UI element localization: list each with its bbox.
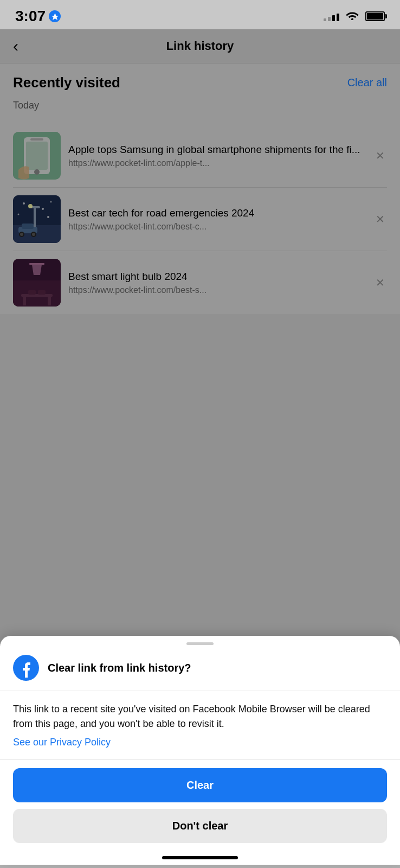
location-icon (49, 10, 61, 22)
signal-bars (324, 11, 339, 21)
sheet-title: Clear link from link history? (48, 662, 191, 674)
sheet-body: This link to a recent site you've visite… (0, 691, 400, 760)
signal-bar-3 (332, 15, 335, 21)
sheet-description: This link to a recent site you've visite… (13, 702, 387, 731)
status-bar: 3:07 (0, 0, 400, 29)
battery-icon (365, 11, 385, 21)
dont-clear-button[interactable]: Don't clear (13, 809, 387, 843)
clear-button[interactable]: Clear (13, 768, 387, 802)
signal-bar-1 (324, 18, 326, 21)
status-time: 3:07 (15, 8, 61, 25)
bottom-sheet: Clear link from link history? This link … (0, 636, 400, 865)
time-display: 3:07 (15, 8, 46, 25)
privacy-policy-link[interactable]: See our Privacy Policy (13, 737, 387, 748)
wifi-icon (346, 10, 359, 23)
signal-bar-4 (337, 14, 339, 21)
battery-fill (367, 13, 383, 20)
home-indicator (162, 856, 238, 859)
sheet-actions: Clear Don't clear (0, 760, 400, 843)
main-content: ‹ Link history Recently visited Clear al… (0, 29, 400, 865)
facebook-icon (13, 655, 39, 681)
signal-bar-2 (328, 17, 331, 21)
sheet-header: Clear link from link history? (0, 655, 400, 691)
status-right-icons (324, 10, 385, 23)
sheet-handle (186, 642, 214, 645)
